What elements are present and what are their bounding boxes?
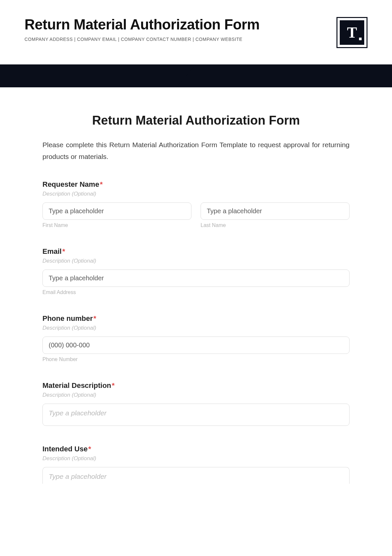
label-text: Intended Use [42, 445, 88, 453]
required-mark: * [112, 381, 115, 390]
form-title: Return Material Authorization Form [42, 113, 350, 128]
label-text: Requester Name [42, 180, 99, 188]
first-name-input[interactable] [42, 202, 191, 220]
header-title: Return Material Authorization Form [24, 16, 336, 33]
last-name-sublabel: Last Name [201, 222, 350, 228]
email-sublabel: Email Address [42, 289, 350, 295]
field-label: Email* [42, 247, 350, 256]
header-text-block: Return Material Authorization Form COMPA… [24, 16, 336, 42]
field-label: Requester Name* [42, 180, 350, 189]
email-input[interactable] [42, 269, 350, 287]
logo: T [336, 17, 368, 48]
label-text: Email [42, 247, 62, 255]
field-description: Description (Optional) [42, 325, 350, 331]
field-description: Description (Optional) [42, 191, 350, 197]
logo-dot-icon [359, 38, 362, 40]
form-intro: Please complete this Return Material Aut… [42, 139, 350, 162]
required-mark: * [93, 314, 96, 322]
material-textarea[interactable]: Type a placeholder [42, 404, 350, 426]
required-mark: * [62, 247, 65, 255]
field-email: Email* Description (Optional) Email Addr… [42, 247, 350, 295]
field-description: Description (Optional) [42, 258, 350, 264]
field-label: Phone number* [42, 314, 350, 323]
decorative-band [0, 64, 392, 87]
field-material-description: Material Description* Description (Optio… [42, 381, 350, 426]
header-subline: COMPANY ADDRESS | COMPANY EMAIL | COMPAN… [24, 37, 336, 42]
last-name-input[interactable] [201, 202, 350, 220]
field-requester-name: Requester Name* Description (Optional) F… [42, 180, 350, 228]
logo-inner: T [340, 20, 364, 45]
phone-input[interactable] [42, 337, 350, 354]
required-mark: * [88, 445, 91, 453]
page-header: Return Material Authorization Form COMPA… [0, 0, 392, 58]
form-area: Return Material Authorization Form Pleas… [0, 87, 392, 497]
label-text: Material Description [42, 381, 111, 390]
field-label: Material Description* [42, 381, 350, 390]
required-mark: * [100, 180, 103, 188]
intended-use-textarea[interactable]: Type a placeholder [42, 467, 350, 484]
field-intended-use: Intended Use* Description (Optional) Typ… [42, 445, 350, 484]
logo-letter: T [347, 25, 357, 40]
first-name-sublabel: First Name [42, 222, 191, 228]
field-phone: Phone number* Description (Optional) Pho… [42, 314, 350, 362]
label-text: Phone number [42, 314, 93, 322]
field-description: Description (Optional) [42, 392, 350, 398]
field-description: Description (Optional) [42, 455, 350, 462]
phone-sublabel: Phone Number [42, 356, 350, 362]
field-label: Intended Use* [42, 445, 350, 453]
